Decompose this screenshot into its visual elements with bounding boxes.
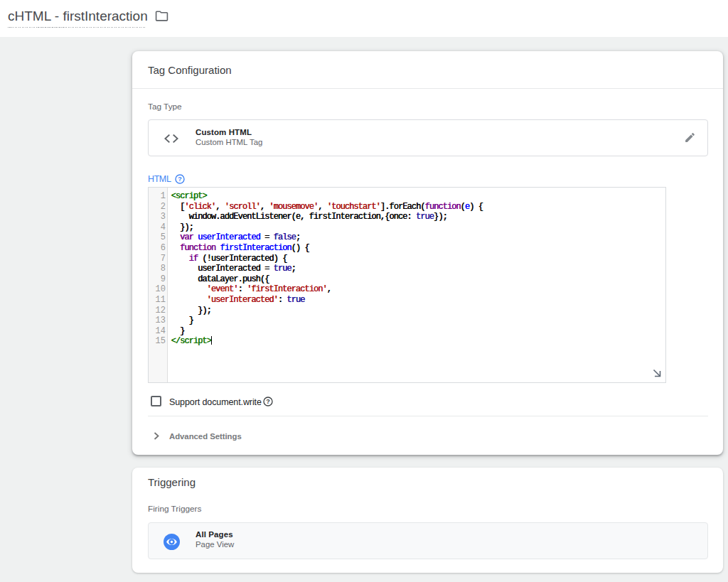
svg-text:?: ? bbox=[178, 176, 182, 183]
svg-text:?: ? bbox=[266, 398, 270, 405]
